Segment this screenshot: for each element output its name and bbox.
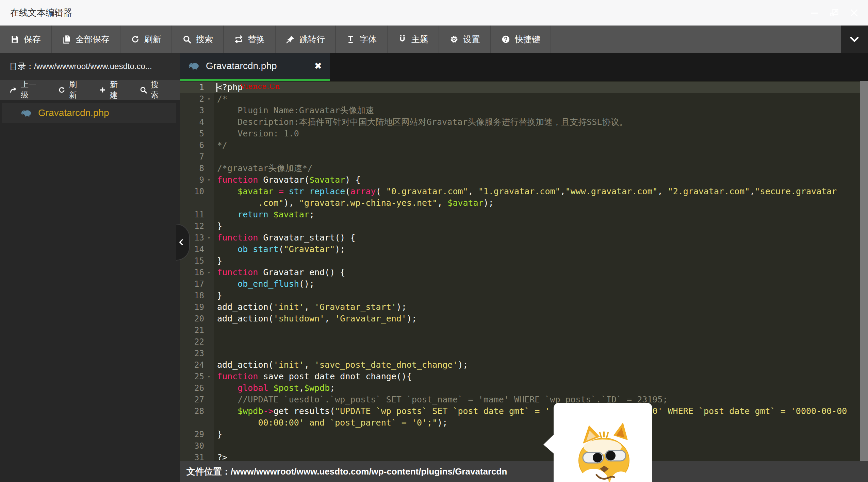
fold-gutter [204,359,214,371]
save-all-icon [62,35,71,44]
shortcuts-button[interactable]: 快捷键 [491,26,551,53]
code-row[interactable]: 27 //UPDATE `uesdto`.`wp_posts` SET `pos… [180,394,868,405]
line-number: 29 [180,429,204,440]
line-number: 18 [180,290,204,301]
fold-gutter [204,82,214,93]
code-row[interactable]: .com"), "gravatar.wp-china-yes.net", $av… [180,197,868,209]
line-number: 27 [180,394,204,405]
code-row[interactable]: 30 [180,440,868,452]
code-row[interactable]: 7 [180,151,868,163]
code-row[interactable]: 26 global $post,$wpdb; [180,382,868,394]
fold-gutter [204,417,214,429]
fold-marker[interactable]: ▾ [204,93,214,105]
code-row[interactable]: 10 $avatar = str_replace(array( "0.grava… [180,186,868,197]
tab-gravatarcdn[interactable]: Gravatarcdn.php✖ [180,53,330,81]
code-row[interactable]: 3 Plugin Name:Gravatar头像加速 [180,105,868,116]
sidebar-action-label: 上一级 [21,79,43,100]
watermark-text: Vience.Cn [240,82,280,90]
sidebar-actions: 上一级刷新新建搜索 [0,80,180,100]
save-button[interactable]: 保存 [0,26,52,53]
code-row[interactable]: 4 Description:本插件可针对中国大陆地区网站对Gravatar头像服… [180,116,868,128]
code-row[interactable]: 17 ob_end_flush(); [180,278,868,290]
php-elephant-icon [189,60,200,71]
code-row[interactable]: 8/*gravatar头像加速*/ [180,163,868,174]
line-number: 17 [180,278,204,290]
editor-scrollbar[interactable] [860,81,868,461]
new-file-button[interactable]: 新建 [99,79,125,100]
code-row[interactable]: 28 $wpdb->get_results("UPDATE `wp_posts`… [180,405,868,417]
toolbar-button-label: 跳转行 [299,34,325,45]
theme-button[interactable]: 主题 [388,26,439,53]
fold-gutter [204,151,214,163]
code-row[interactable]: 15} [180,255,868,267]
code-row[interactable]: 9▾function Gravatar($avatar) { [180,174,868,186]
toolbar-button-label: 快捷键 [515,34,540,45]
replace-button[interactable]: 替换 [224,26,276,53]
code-row[interactable]: 1<?php [180,82,868,93]
settings-button[interactable]: 设置 [439,26,491,53]
font-button[interactable]: 字体 [336,26,388,53]
maximize-button[interactable] [829,8,839,18]
fold-marker[interactable]: ▾ [204,232,214,244]
code-row[interactable]: 13▾function Gravatar_start() { [180,232,868,244]
toolbar-button-label: 保存 [24,34,41,45]
code-row[interactable]: 11 return $avatar; [180,209,868,220]
up-level-button[interactable]: 上一级 [10,79,43,100]
line-number [180,417,204,429]
close-button[interactable] [849,8,859,18]
code-row[interactable]: 22 [180,336,868,348]
code-row[interactable]: 25▾function save_post_date_dnot_change()… [180,371,868,382]
code-row[interactable]: 19add_action('init', 'Gravatar_start'); [180,301,868,313]
search-files-button[interactable]: 搜索 [140,79,165,100]
fold-gutter [204,197,214,209]
code-row[interactable]: 16▾function Gravatar_end() { [180,267,868,278]
code-row[interactable]: 20add_action('shutdown', 'Gravatar_end')… [180,313,868,325]
code-row[interactable]: 2▾/* [180,93,868,105]
minimize-button[interactable] [809,8,820,18]
fold-marker[interactable]: ▾ [204,174,214,186]
fold-marker[interactable]: ▾ [204,267,214,278]
code-editor[interactable]: 1<?php2▾/*3 Plugin Name:Gravatar头像加速4 De… [180,81,868,482]
line-number: 25 [180,371,204,382]
save-icon [10,35,19,44]
file-list: Gravatarcdn.php [0,100,180,123]
save-all-button[interactable]: 全部保存 [52,26,120,53]
fold-gutter [204,139,214,151]
code-row[interactable]: 21 [180,325,868,336]
code-row[interactable]: 5 Version: 1.0 [180,128,868,139]
window-title: 在线文本编辑器 [10,0,72,26]
gear-icon [449,35,459,44]
toolbar-buttons: 保存全部保存刷新搜索替换跳转行字体主题设置快捷键 [0,26,551,53]
line-number: 5 [180,128,204,139]
close-icon[interactable]: ✖ [314,61,322,71]
tab-label: Gravatarcdn.php [206,61,277,71]
fold-marker[interactable]: ▾ [204,371,214,382]
goto-line-button[interactable]: 跳转行 [276,26,336,53]
line-number: 10 [180,186,204,197]
main-toolbar: 保存全部保存刷新搜索替换跳转行字体主题设置快捷键 [0,26,868,53]
file-gravatarcdn[interactable]: Gravatarcdn.php [2,103,176,123]
fold-gutter [204,336,214,348]
code-row[interactable]: 18} [180,290,868,301]
search-button[interactable]: 搜索 [172,26,224,53]
toolbar-button-label: 主题 [411,34,428,45]
toolbar-expand-button[interactable] [841,26,868,53]
line-number: 11 [180,209,204,220]
refresh-button[interactable]: 刷新 [120,26,172,53]
minimize-icon [809,8,820,18]
magnet-icon [398,35,407,44]
code-row[interactable]: 23 [180,348,868,359]
file-name-label: Gravatarcdn.php [38,107,109,118]
search-icon [182,35,192,44]
fold-gutter [204,128,214,139]
refresh-files-button[interactable]: 刷新 [58,79,84,100]
code-row[interactable]: 6*/ [180,139,868,151]
text-cursor [216,83,217,92]
toolbar-button-label: 字体 [360,34,377,45]
code-row[interactable]: 00:00:00' and `post_parent` = '0';"); [180,417,868,429]
code-row[interactable]: 12} [180,220,868,232]
code-row[interactable]: 29} [180,429,868,440]
code-row[interactable]: 24add_action('init', 'save_post_date_dno… [180,359,868,371]
code-row[interactable]: 14 ob_start("Gravatar"); [180,244,868,255]
line-number: 4 [180,116,204,128]
